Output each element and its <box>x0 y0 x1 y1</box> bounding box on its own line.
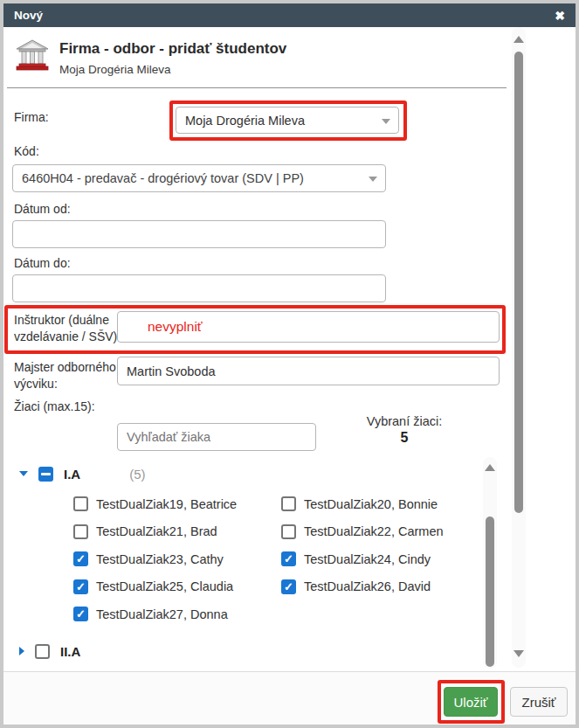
instruktor-label: Inštruktor (duálne vzdelávanie / SŠV): <box>14 312 124 344</box>
student-name: TestDualZiak27, Donna <box>96 607 228 621</box>
group-name: I.A <box>64 467 80 482</box>
header-divider <box>7 87 507 88</box>
cancel-button[interactable]: Zrušiť <box>510 687 568 717</box>
student-checkbox-item[interactable]: TestDualZiak20, Bonnie <box>281 496 486 511</box>
page-title: Firma - odbor - pridať študentov <box>59 40 286 58</box>
student-checkbox-item[interactable]: TestDualZiak27, Donna <box>73 607 281 621</box>
student-checkbox[interactable] <box>281 496 296 511</box>
kod-select-value: 6460H04 - predavač - drogériový tovar (S… <box>22 171 304 185</box>
chevron-down-icon <box>382 119 390 124</box>
selected-students-label: Vybraní žiaci: <box>362 414 446 428</box>
datum-do-input[interactable] <box>12 274 386 302</box>
student-checkbox[interactable] <box>73 579 88 594</box>
student-list-scrollbar[interactable] <box>483 457 497 669</box>
save-button[interactable]: Uložiť <box>444 687 498 717</box>
group-name: II.A <box>60 644 80 659</box>
student-checkbox-item[interactable]: TestDualZiak24, Cindy <box>281 551 486 566</box>
scroll-up-icon[interactable] <box>514 36 524 43</box>
firma-select-value: Moja Drogéria Mileva <box>185 114 305 128</box>
tree-group-iia: II.A <box>17 642 80 660</box>
selected-students-count: 5 <box>362 430 446 446</box>
student-checkbox-item[interactable]: TestDualZiak26, David <box>281 579 486 594</box>
firma-label: Firma: <box>14 109 49 126</box>
student-checkbox[interactable] <box>281 579 296 594</box>
dialog-title: Nový <box>14 9 43 22</box>
majster-label: Majster odborného výcviku: <box>14 359 124 392</box>
majster-input[interactable] <box>117 357 500 385</box>
dialog-scrollbar[interactable] <box>512 27 526 668</box>
student-checkbox[interactable] <box>281 551 296 566</box>
student-name: TestDualZiak20, Bonnie <box>304 497 438 511</box>
group-checkbox-iia[interactable] <box>35 644 50 659</box>
student-name: TestDualZiak24, Cindy <box>304 552 431 566</box>
student-grid: TestDualZiak19, Beatrice TestDualZiak20,… <box>73 490 486 628</box>
caret-right-icon[interactable] <box>19 647 24 655</box>
dialog-novy: Nový ✖ Firma - odbor - pridať študentov … <box>3 3 576 725</box>
student-name: TestDualZiak19, Beatrice <box>96 497 237 511</box>
dialog-title-bar: Nový ✖ <box>3 3 576 27</box>
search-input[interactable] <box>117 423 316 451</box>
instruktor-input[interactable]: nevyplniť <box>117 311 500 343</box>
chevron-down-icon <box>369 177 377 182</box>
student-checkbox-item[interactable]: TestDualZiak21, Brad <box>73 524 281 539</box>
scroll-down-icon[interactable] <box>514 650 524 657</box>
page-subtitle: Moja Drogéria Mileva <box>59 63 171 76</box>
caret-down-icon[interactable] <box>19 471 28 476</box>
selected-students-block: Vybraní žiaci: 5 <box>362 414 446 446</box>
datum-od-label: Dátum od: <box>14 201 71 218</box>
student-name: TestDualZiak22, Carmen <box>304 524 444 538</box>
student-checkbox-item[interactable]: TestDualZiak19, Beatrice <box>73 496 281 511</box>
kod-label: Kód: <box>14 143 39 160</box>
modal-overlay: Nový ✖ Firma - odbor - pridať študentov … <box>0 0 579 728</box>
student-checkbox[interactable] <box>73 607 88 621</box>
student-checkbox-item[interactable]: TestDualZiak22, Carmen <box>281 524 486 539</box>
instruktor-annotation-note: nevyplniť <box>118 319 203 334</box>
firma-select[interactable]: Moja Drogéria Mileva <box>176 107 399 134</box>
datum-do-label: Dátum do: <box>14 255 71 272</box>
close-icon[interactable]: ✖ <box>555 10 565 22</box>
dialog-scrollbar-thumb[interactable] <box>514 52 523 513</box>
kod-select[interactable]: 6460H04 - predavač - drogériový tovar (S… <box>12 164 386 192</box>
student-checkbox-item[interactable]: TestDualZiak23, Cathy <box>73 551 281 566</box>
student-checkbox[interactable] <box>73 524 88 539</box>
student-name: TestDualZiak23, Cathy <box>96 552 224 566</box>
student-checkbox-item[interactable]: TestDualZiak25, Claudia <box>73 579 281 594</box>
student-list-scrollbar-thumb[interactable] <box>486 517 494 667</box>
student-checkbox[interactable] <box>73 551 88 566</box>
ziaci-label: Žiaci (max.15): <box>14 399 95 415</box>
group-count: (5) <box>129 467 145 482</box>
student-name: TestDualZiak25, Claudia <box>96 579 233 593</box>
tree-group-ia: I.A (5) <box>17 465 146 482</box>
datum-od-input[interactable] <box>12 220 386 248</box>
scroll-up-icon[interactable] <box>485 464 495 471</box>
student-name: TestDualZiak26, David <box>304 579 431 593</box>
student-checkbox[interactable] <box>281 524 296 539</box>
group-checkbox-ia[interactable] <box>38 467 53 482</box>
building-icon <box>14 38 51 73</box>
student-name: TestDualZiak21, Brad <box>96 524 217 538</box>
student-checkbox[interactable] <box>73 496 88 511</box>
